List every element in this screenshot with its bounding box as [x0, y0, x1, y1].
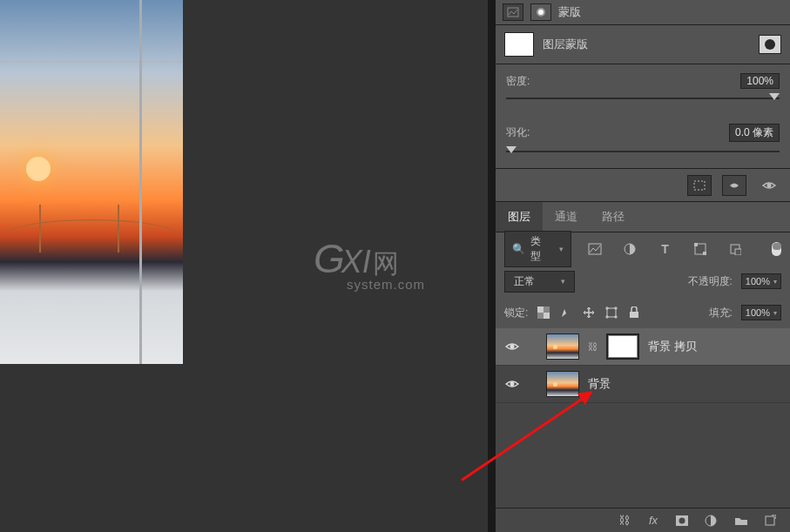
visibility-toggle-icon[interactable]: [504, 379, 520, 389]
svg-rect-13: [537, 313, 544, 319]
feather-slider[interactable]: [506, 151, 780, 152]
svg-rect-11: [544, 313, 550, 319]
layer-filter-row: 🔍 类型 ▾ T: [496, 232, 790, 266]
svg-rect-6: [694, 243, 698, 246]
svg-rect-15: [630, 312, 638, 318]
feather-value[interactable]: 0.0 像素: [729, 124, 780, 142]
chevron-down-icon: ▾: [561, 277, 565, 286]
feather-row: 羽化: 0.0 像素: [496, 115, 790, 168]
chevron-down-icon: ▾: [559, 245, 564, 253]
layer-mask-thumbnail[interactable]: [504, 32, 534, 57]
filter-pixel-icon[interactable]: [584, 239, 606, 259]
filter-adjustment-icon[interactable]: [618, 239, 641, 259]
panel-divider[interactable]: [488, 0, 496, 532]
filter-type-icon[interactable]: T: [653, 239, 676, 259]
mask-actions-row: [496, 169, 790, 202]
new-group-icon[interactable]: [734, 515, 750, 526]
mask-panel-title: 蒙版: [558, 4, 581, 20]
svg-point-19: [679, 517, 685, 523]
lock-all-icon[interactable]: [627, 306, 641, 320]
layer-mask-label: 图层蒙版: [543, 37, 588, 52]
new-adjustment-icon[interactable]: [705, 515, 720, 527]
mask-panel-header: 蒙版: [496, 0, 790, 24]
layer-effects-icon[interactable]: fx: [645, 514, 661, 527]
new-layer-icon[interactable]: [764, 515, 780, 527]
link-layers-icon[interactable]: ⛓: [616, 514, 631, 527]
svg-rect-7: [703, 252, 706, 255]
svg-rect-10: [537, 306, 544, 313]
fill-label: 填充:: [709, 306, 733, 320]
tab-layers[interactable]: 图层: [496, 202, 543, 232]
toggle-mask-visibility-icon[interactable]: [757, 175, 781, 196]
canvas-area[interactable]: GXI网 system.com: [0, 0, 488, 532]
tab-paths[interactable]: 路径: [590, 202, 637, 232]
svg-rect-1: [694, 181, 705, 190]
density-row: 密度: 100%: [496, 64, 790, 115]
pixel-mask-button[interactable]: [503, 3, 523, 21]
apply-mask-icon[interactable]: [722, 175, 746, 196]
layers-list: ⛓ 背景 拷贝 背景: [496, 328, 790, 508]
lock-row: 锁定: 填充: 100%▾: [496, 297, 790, 328]
density-slider[interactable]: [506, 98, 780, 99]
layer-name[interactable]: 背景 拷贝: [648, 339, 697, 354]
panel-tabs: 图层 通道 路径: [496, 202, 790, 232]
mask-from-selection-icon[interactable]: [687, 175, 712, 196]
lock-artboard-icon[interactable]: [604, 306, 618, 320]
filter-type-select[interactable]: 🔍 类型 ▾: [504, 231, 571, 267]
opacity-input[interactable]: 100%▾: [741, 273, 781, 289]
blend-mode-row: 正常 ▾ 不透明度: 100%▾: [496, 266, 790, 297]
right-panel: 蒙版 图层蒙版 密度: 100% 羽化: 0.0 像素: [496, 0, 790, 532]
document-image: [0, 0, 183, 364]
layer-mask-thumbnail[interactable]: [606, 333, 639, 360]
add-mask-icon[interactable]: [675, 515, 691, 527]
lock-position-icon[interactable]: [582, 306, 596, 320]
svg-rect-21: [766, 516, 774, 525]
layer-thumbnail[interactable]: [546, 371, 579, 397]
svg-point-17: [510, 382, 515, 387]
opacity-label: 不透明度:: [688, 274, 733, 289]
watermark: GXI网 system.com: [314, 235, 425, 292]
density-value[interactable]: 100%: [740, 73, 780, 89]
fill-input[interactable]: 100%▾: [741, 305, 781, 320]
svg-point-2: [767, 183, 772, 187]
svg-rect-0: [508, 8, 518, 17]
layers-bottom-bar: ⛓ fx: [496, 508, 790, 532]
svg-rect-14: [607, 308, 616, 317]
filter-toggle-switch[interactable]: [772, 242, 781, 256]
blend-mode-select[interactable]: 正常 ▾: [504, 271, 575, 293]
lock-transparency-icon[interactable]: [537, 306, 550, 320]
svg-rect-3: [589, 244, 601, 254]
lock-image-icon[interactable]: [559, 306, 573, 320]
density-label: 密度:: [506, 74, 530, 89]
lock-label: 锁定:: [504, 306, 528, 320]
feather-label: 羽化:: [506, 125, 530, 140]
filter-shape-icon[interactable]: [689, 239, 712, 259]
vector-mask-button[interactable]: [530, 3, 551, 21]
svg-rect-12: [544, 306, 550, 313]
svg-point-16: [510, 345, 515, 349]
tab-channels[interactable]: 通道: [543, 202, 590, 232]
layer-row[interactable]: ⛓ 背景 拷贝: [496, 328, 790, 366]
svg-rect-9: [735, 249, 741, 255]
layer-row[interactable]: 背景: [496, 366, 790, 403]
visibility-toggle-icon[interactable]: [504, 341, 520, 352]
layer-thumbnail[interactable]: [546, 333, 579, 360]
add-mask-button[interactable]: [759, 35, 781, 54]
link-icon[interactable]: ⛓: [588, 341, 598, 352]
filter-smartobject-icon[interactable]: [724, 239, 746, 259]
search-icon: 🔍: [512, 243, 525, 255]
